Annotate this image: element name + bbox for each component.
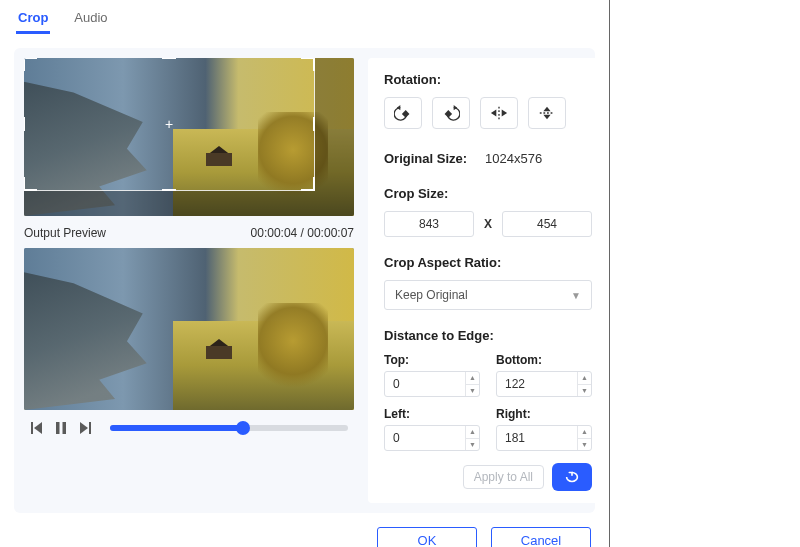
rotation-buttons xyxy=(384,97,592,129)
svg-rect-5 xyxy=(89,422,91,434)
crop-handle-top-left[interactable] xyxy=(24,58,37,71)
distance-top-value: 0 xyxy=(385,372,465,396)
main-columns: + Output Preview 00:00:04 / 00:00:07 xyxy=(14,48,595,513)
aspect-ratio-selected: Keep Original xyxy=(395,288,468,302)
distance-right-down[interactable]: ▼ xyxy=(578,439,591,451)
settings-column: Rotation: xyxy=(368,58,608,503)
svg-marker-12 xyxy=(502,109,507,116)
preview-column: + Output Preview 00:00:04 / 00:00:07 xyxy=(24,58,354,503)
chevron-down-icon: ▼ xyxy=(571,290,581,301)
reset-icon xyxy=(563,470,581,484)
svg-marker-14 xyxy=(543,107,550,112)
video-crop-editor: Crop Audio xyxy=(0,0,610,547)
next-frame-icon xyxy=(79,422,91,434)
distance-top-label: Top: xyxy=(384,353,480,367)
tab-crop[interactable]: Crop xyxy=(16,8,50,34)
pause-icon xyxy=(55,422,67,434)
distance-bottom-value: 122 xyxy=(497,372,577,396)
distance-bottom-down[interactable]: ▼ xyxy=(578,385,591,397)
crop-width-input[interactable]: 843 xyxy=(384,211,474,237)
crop-handle-bottom[interactable] xyxy=(162,185,176,191)
crop-handle-top[interactable] xyxy=(162,58,176,63)
distance-right-input[interactable]: 181 ▲▼ xyxy=(496,425,592,451)
svg-marker-4 xyxy=(80,422,88,434)
crop-handle-bottom-right[interactable] xyxy=(301,177,315,191)
time-display: 00:00:04 / 00:00:07 xyxy=(251,226,354,240)
next-frame-button[interactable] xyxy=(78,422,92,434)
distance-bottom-up[interactable]: ▲ xyxy=(578,372,591,385)
crop-handle-left[interactable] xyxy=(24,117,29,131)
seek-thumb[interactable] xyxy=(236,421,250,435)
tabs: Crop Audio xyxy=(14,6,595,34)
crop-overlay: + xyxy=(24,58,354,216)
distance-top-input[interactable]: 0 ▲▼ xyxy=(384,371,480,397)
seek-fill xyxy=(110,425,243,431)
rotate-ccw-button[interactable] xyxy=(384,97,422,129)
output-preview-frame xyxy=(24,248,354,410)
crop-shade-right xyxy=(314,58,354,216)
original-size-row: Original Size: 1024x576 xyxy=(384,151,592,166)
original-size-value: 1024x576 xyxy=(485,151,542,166)
crop-height-input[interactable]: 454 xyxy=(502,211,592,237)
svg-rect-0 xyxy=(31,422,33,434)
crop-shade-bottom xyxy=(24,190,314,216)
distance-left-value: 0 xyxy=(385,426,465,450)
output-preview-label: Output Preview xyxy=(24,226,106,240)
flip-vertical-icon xyxy=(538,105,556,121)
distance-left-up[interactable]: ▲ xyxy=(466,426,479,439)
distance-left-down[interactable]: ▼ xyxy=(466,439,479,451)
distance-right-value: 181 xyxy=(497,426,577,450)
crop-center-icon[interactable]: + xyxy=(162,117,176,131)
crop-handle-top-right[interactable] xyxy=(301,58,315,71)
crop-rect[interactable]: + xyxy=(24,58,314,190)
svg-rect-9 xyxy=(445,110,453,118)
distance-right-label: Right: xyxy=(496,407,592,421)
ok-button[interactable]: OK xyxy=(377,527,477,547)
distance-left-label: Left: xyxy=(384,407,480,421)
svg-marker-8 xyxy=(454,105,458,110)
prev-frame-button[interactable] xyxy=(30,422,44,434)
distance-left-input[interactable]: 0 ▲▼ xyxy=(384,425,480,451)
distance-right-up[interactable]: ▲ xyxy=(578,426,591,439)
apply-to-all-button[interactable]: Apply to All xyxy=(463,465,544,489)
rotation-label: Rotation: xyxy=(384,72,592,87)
apply-row: Apply to All xyxy=(384,463,592,491)
original-size-label: Original Size: xyxy=(384,151,467,166)
crop-handle-right[interactable] xyxy=(309,117,315,131)
crop-size-separator: X xyxy=(484,217,492,231)
crop-size-label: Crop Size: xyxy=(384,186,592,201)
rotate-cw-icon xyxy=(442,105,460,121)
pause-button[interactable] xyxy=(54,422,68,434)
aspect-ratio-select[interactable]: Keep Original ▼ xyxy=(384,280,592,310)
distance-top-down[interactable]: ▼ xyxy=(466,385,479,397)
distance-bottom-label: Bottom: xyxy=(496,353,592,367)
crop-preview-frame[interactable]: + xyxy=(24,58,354,216)
svg-marker-11 xyxy=(491,109,496,116)
svg-rect-2 xyxy=(56,422,60,434)
cancel-button[interactable]: Cancel xyxy=(491,527,591,547)
dialog-footer: OK Cancel xyxy=(14,513,595,547)
flip-horizontal-icon xyxy=(490,105,508,121)
distance-bottom-input[interactable]: 122 ▲▼ xyxy=(496,371,592,397)
rotate-cw-button[interactable] xyxy=(432,97,470,129)
svg-marker-1 xyxy=(34,422,42,434)
distance-label: Distance to Edge: xyxy=(384,328,592,343)
crop-handle-bottom-left[interactable] xyxy=(24,177,37,191)
svg-marker-6 xyxy=(397,105,401,110)
prev-frame-icon xyxy=(31,422,43,434)
crop-size-row: 843 X 454 xyxy=(384,211,592,237)
distance-top-up[interactable]: ▲ xyxy=(466,372,479,385)
svg-marker-15 xyxy=(543,115,550,120)
flip-vertical-button[interactable] xyxy=(528,97,566,129)
preview-meta: Output Preview 00:00:04 / 00:00:07 xyxy=(24,216,354,248)
svg-rect-3 xyxy=(63,422,67,434)
rotate-ccw-icon xyxy=(394,105,412,121)
seek-slider[interactable] xyxy=(110,425,348,431)
aspect-ratio-label: Crop Aspect Ratio: xyxy=(384,255,592,270)
playback-bar xyxy=(24,410,354,438)
tab-audio[interactable]: Audio xyxy=(72,8,109,34)
flip-horizontal-button[interactable] xyxy=(480,97,518,129)
distance-grid: Top: 0 ▲▼ Bottom: 122 ▲▼ Left: xyxy=(384,353,592,451)
reset-button[interactable] xyxy=(552,463,592,491)
svg-rect-7 xyxy=(402,110,410,118)
